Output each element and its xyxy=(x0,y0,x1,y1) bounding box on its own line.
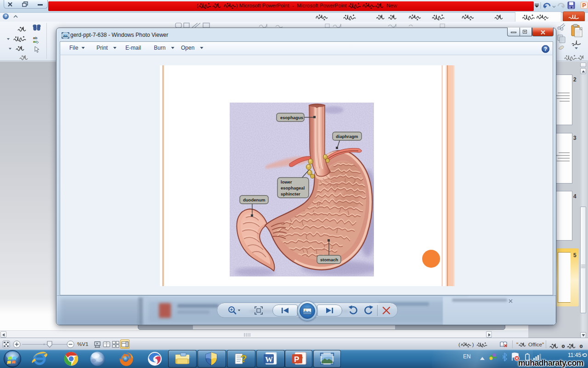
svg-text:ac: ac xyxy=(33,40,37,44)
svg-text:W: W xyxy=(265,355,273,364)
svg-text:duodenum: duodenum xyxy=(243,197,266,202)
svg-text:stomach: stomach xyxy=(320,257,338,262)
svg-text:diaphragm: diaphragm xyxy=(336,134,358,139)
svg-text:lower: lower xyxy=(281,179,292,184)
svg-text:esophageal: esophageal xyxy=(281,185,305,190)
svg-text:?: ? xyxy=(241,353,247,364)
svg-text:o: o xyxy=(580,343,582,349)
svg-text:esophagus: esophagus xyxy=(280,115,303,120)
svg-text:sphincter: sphincter xyxy=(281,191,300,196)
svg-text:P: P xyxy=(294,355,299,364)
svg-text:o: o xyxy=(562,343,565,349)
